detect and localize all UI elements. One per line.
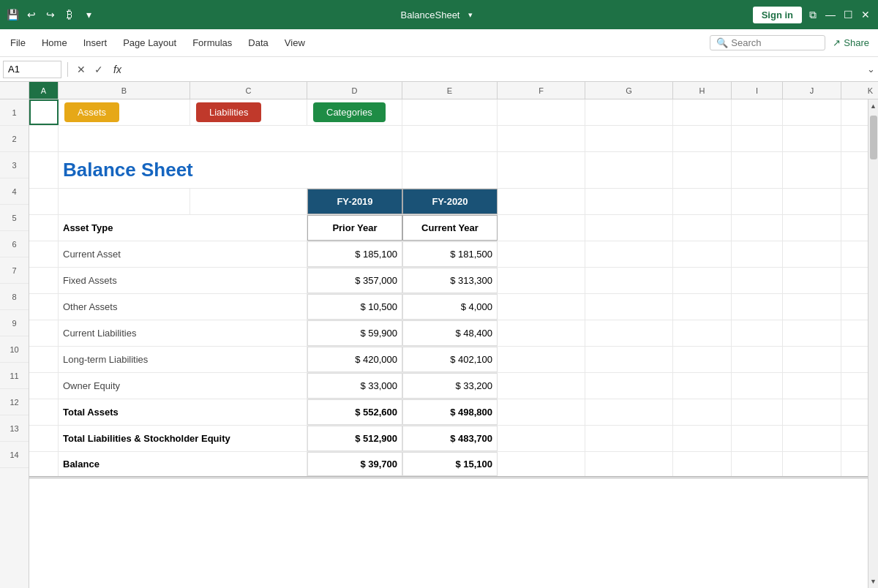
cell-h1[interactable] — [673, 99, 732, 125]
cell-g5[interactable] — [585, 215, 673, 241]
cell-j3[interactable] — [783, 152, 841, 188]
cell-a2[interactable] — [29, 126, 59, 151]
col-header-b[interactable]: B — [59, 82, 190, 99]
currency-icon[interactable]: ₿ — [63, 8, 76, 21]
undo-icon[interactable]: ↩ — [25, 8, 38, 21]
menu-view[interactable]: View — [277, 34, 312, 51]
row-num-8[interactable]: 8 — [0, 284, 29, 310]
cell-f1[interactable] — [498, 99, 585, 125]
col-header-c[interactable]: C — [190, 82, 307, 99]
cell-f2[interactable] — [498, 126, 585, 151]
cell-i5[interactable] — [732, 215, 783, 241]
row-num-12[interactable]: 12 — [0, 389, 29, 415]
search-box[interactable]: 🔍 — [710, 35, 825, 50]
confirm-formula-icon[interactable]: ✓ — [91, 62, 106, 77]
cell-reference-box[interactable]: A1 — [3, 61, 61, 78]
cell-e2[interactable] — [402, 126, 498, 151]
menu-insert[interactable]: Insert — [76, 34, 115, 51]
row-num-6[interactable]: 6 — [0, 231, 29, 257]
cell-a4[interactable] — [29, 189, 59, 214]
cell-e1[interactable] — [402, 99, 498, 125]
cell-f5[interactable] — [498, 215, 585, 241]
search-input[interactable] — [731, 37, 819, 48]
cell-b1[interactable]: Assets — [59, 99, 190, 125]
cell-k5[interactable] — [841, 215, 868, 241]
vertical-scrollbar[interactable]: ▲ ▼ — [868, 99, 878, 588]
cell-k4[interactable] — [841, 189, 868, 214]
categories-button[interactable]: Categories — [313, 102, 386, 122]
menu-data[interactable]: Data — [241, 34, 275, 51]
formula-expand-icon[interactable]: ⌄ — [867, 64, 875, 75]
row-num-10[interactable]: 10 — [0, 336, 29, 363]
scroll-up-arrow[interactable]: ▲ — [868, 99, 879, 113]
minimize-icon[interactable]: — — [824, 8, 837, 21]
title-dropdown-icon[interactable]: ▾ — [464, 8, 477, 21]
col-header-d[interactable]: D — [307, 82, 402, 99]
menu-formulas[interactable]: Formulas — [185, 34, 239, 51]
cell-f4[interactable] — [498, 189, 585, 214]
cell-c4[interactable] — [190, 189, 307, 214]
menu-page-layout[interactable]: Page Layout — [116, 34, 184, 51]
cell-k2[interactable] — [841, 126, 868, 151]
cell-g4[interactable] — [585, 189, 673, 214]
cell-j5[interactable] — [783, 215, 841, 241]
assets-button[interactable]: Assets — [64, 102, 119, 122]
col-header-e[interactable]: E — [402, 82, 498, 99]
cell-b2[interactable] — [59, 126, 402, 151]
cell-h3[interactable] — [673, 152, 732, 188]
row-num-2[interactable]: 2 — [0, 126, 29, 152]
col-header-k[interactable]: K — [841, 82, 878, 99]
scroll-down-arrow[interactable]: ▼ — [868, 575, 879, 588]
cell-g1[interactable] — [585, 99, 673, 125]
redo-icon[interactable]: ↪ — [44, 8, 57, 21]
restore-icon[interactable]: ⧉ — [806, 8, 819, 21]
cell-i4[interactable] — [732, 189, 783, 214]
col-header-i[interactable]: I — [732, 82, 783, 99]
cell-f3[interactable] — [498, 152, 585, 188]
row-num-7[interactable]: 7 — [0, 257, 29, 284]
cell-c1[interactable]: Liabilities — [190, 99, 307, 125]
row-num-3[interactable]: 3 — [0, 152, 29, 178]
row-num-11[interactable]: 11 — [0, 363, 29, 389]
menu-file[interactable]: File — [3, 34, 33, 51]
sign-in-button[interactable]: Sign in — [753, 7, 802, 23]
save-icon[interactable]: 💾 — [6, 8, 19, 21]
cell-d1[interactable]: Categories — [307, 99, 402, 125]
row-num-4[interactable]: 4 — [0, 178, 29, 205]
cell-k3[interactable] — [841, 152, 868, 188]
col-header-a[interactable]: A — [29, 82, 59, 99]
liabilities-button[interactable]: Liabilities — [196, 102, 261, 122]
scroll-thumb-v[interactable] — [870, 116, 877, 159]
row-num-9[interactable]: 9 — [0, 310, 29, 336]
cell-i2[interactable] — [732, 126, 783, 151]
cell-h4[interactable] — [673, 189, 732, 214]
cell-a1[interactable] — [29, 99, 59, 125]
menu-home[interactable]: Home — [34, 34, 75, 51]
cell-g3[interactable] — [585, 152, 673, 188]
cell-a3[interactable] — [29, 152, 59, 188]
cell-i1[interactable] — [732, 99, 783, 125]
row-num-5[interactable]: 5 — [0, 205, 29, 231]
customize-dropdown-icon[interactable]: ▾ — [82, 8, 95, 21]
share-button[interactable]: ↗ Share — [833, 37, 869, 48]
cell-j4[interactable] — [783, 189, 841, 214]
col-header-g[interactable]: G — [585, 82, 673, 99]
row-num-14[interactable]: 14 — [0, 442, 29, 468]
maximize-icon[interactable]: ☐ — [841, 8, 855, 21]
cancel-formula-icon[interactable]: ✕ — [74, 62, 89, 77]
col-header-j[interactable]: J — [783, 82, 841, 99]
cell-h5[interactable] — [673, 215, 732, 241]
cell-e3[interactable] — [402, 152, 498, 188]
row-num-1[interactable]: 1 — [0, 99, 29, 126]
cell-a5[interactable] — [29, 215, 59, 241]
cell-b4[interactable] — [59, 189, 190, 214]
cell-a6[interactable] — [29, 241, 59, 267]
cell-i3[interactable] — [732, 152, 783, 188]
col-header-h[interactable]: H — [673, 82, 732, 99]
close-icon[interactable]: ✕ — [859, 8, 872, 21]
col-header-f[interactable]: F — [498, 82, 585, 99]
formula-input[interactable] — [129, 64, 864, 75]
cell-h2[interactable] — [673, 126, 732, 151]
cell-j2[interactable] — [783, 126, 841, 151]
cell-g2[interactable] — [585, 126, 673, 151]
